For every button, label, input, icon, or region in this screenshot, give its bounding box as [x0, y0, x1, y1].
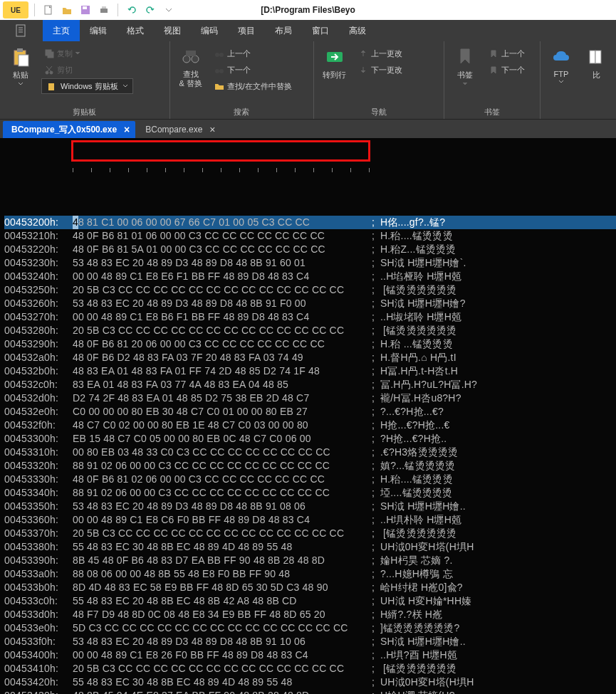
hex-row[interactable]: 00453270h:00 00 48 89 C1 E8 B6 F1 BB FF …: [4, 310, 616, 324]
ascii-repr[interactable]: ..H埧?酉 H壥H兡: [380, 648, 457, 662]
hex-row[interactable]: 00453250h:20 5B C3 CC CC CC CC CC CC CC …: [4, 283, 616, 297]
hex-row[interactable]: 00453420h:55 48 83 EC 30 48 8B EC 48 89 …: [4, 675, 616, 689]
hex-bytes[interactable]: 88 08 06 00 00 48 8B 55 48 E8 F0 BB FF 9…: [73, 567, 369, 581]
ascii-repr[interactable]: 婨H杛昊 芯嫡 ?.: [380, 554, 453, 567]
ascii-repr[interactable]: H.秮 ...锰烫烫烫: [380, 337, 453, 351]
ascii-repr[interactable]: 嫃?...锰烫烫烫烫: [380, 459, 455, 473]
hex-row[interactable]: 004532c0h:83 EA 01 48 83 FA 03 77 4A 48 …: [4, 378, 616, 391]
menu-home[interactable]: 主页: [43, 20, 80, 41]
ascii-repr[interactable]: H佲....gf?..锰?: [380, 216, 445, 229]
find-in-files-button[interactable]: 查找/在文件中替换: [212, 78, 295, 94]
ascii-repr[interactable]: [锰烫烫烫烫烫烫: [380, 662, 457, 675]
hex-row[interactable]: 004532f0h:48 C7 C0 02 00 00 80 EB 1E 48 …: [4, 419, 616, 432]
menu-layout[interactable]: 布局: [265, 20, 302, 41]
hex-bytes[interactable]: 53 48 83 EC 20 48 89 D3 48 89 D8 48 8B 9…: [73, 297, 369, 310]
hex-bytes[interactable]: C0 00 00 00 80 EB 30 48 C7 C0 01 00 00 8…: [73, 405, 369, 419]
hex-row[interactable]: 004533b0h:8D 4D 48 83 EC 58 E9 BB FF 48 …: [4, 581, 616, 594]
hex-row[interactable]: 00453400h:00 00 48 89 C1 E8 26 F0 BB FF …: [4, 648, 616, 662]
hex-row[interactable]: 00453360h:00 00 48 89 C1 E8 C6 F0 BB FF …: [4, 513, 616, 527]
ascii-repr[interactable]: UH泧0H変H塔(H埧H: [380, 675, 474, 689]
ascii-repr[interactable]: [锰烫烫烫烫烫烫: [380, 283, 457, 297]
open-file-button[interactable]: [59, 2, 75, 18]
ascii-repr[interactable]: SH泧 H壥H壥H嬒`.: [380, 256, 466, 270]
hex-row[interactable]: 004532b0h:48 83 EA 01 48 83 FA 01 FF 74 …: [4, 364, 616, 378]
next-bookmark-button[interactable]: 下一个: [486, 62, 528, 78]
hex-bytes[interactable]: 55 48 83 EC 30 48 8B EC 48 89 4D 48 89 5…: [73, 540, 369, 554]
ascii-repr[interactable]: H冨.H冎.t-H呇t.H: [380, 364, 458, 378]
hex-row[interactable]: 004533f0h:53 48 83 EC 20 48 89 D3 48 89 …: [4, 635, 616, 648]
menu-edit[interactable]: 编辑: [80, 20, 117, 41]
ascii-repr[interactable]: ?...€?H抢...€?: [380, 405, 444, 419]
hex-bytes[interactable]: 00 80 EB 03 48 33 C0 C3 CC CC CC CC CC C…: [73, 446, 369, 459]
hex-row[interactable]: 00453200h:48 81 C1 00 06 00 00 67 66 C7 …: [4, 216, 616, 229]
hex-bytes[interactable]: 55 48 83 EC 20 48 8B EC 48 8B 42 A8 48 8…: [73, 594, 369, 608]
hex-row[interactable]: 00453280h:20 5B C3 CC CC CC CC CC CC CC …: [4, 324, 616, 337]
hex-bytes[interactable]: 48 0F B6 81 5A 01 00 00 C3 CC CC CC CC C…: [73, 243, 369, 256]
paste-button[interactable]: 粘贴: [6, 44, 36, 88]
hex-row[interactable]: 00453220h:48 0F B6 81 5A 01 00 00 C3 CC …: [4, 243, 616, 256]
undo-button[interactable]: [124, 2, 140, 18]
hex-row[interactable]: 004533a0h:88 08 06 00 00 48 8B 55 48 E8 …: [4, 567, 616, 581]
ascii-repr[interactable]: H縃?.?栚 H峞: [380, 608, 442, 621]
hex-bytes[interactable]: 48 83 EA 01 48 83 FA 01 FF 74 2D 48 85 D…: [73, 364, 369, 378]
hex-bytes[interactable]: EB 15 48 C7 C0 05 00 00 80 EB 0C 48 C7 C…: [73, 432, 369, 446]
hex-row[interactable]: 00453290h:48 0F B6 81 20 06 00 00 C3 CC …: [4, 337, 616, 351]
next-match-button[interactable]: 下一个: [212, 62, 295, 78]
hex-row[interactable]: 004532e0h:C0 00 00 00 80 EB 30 48 C7 C0 …: [4, 405, 616, 419]
ascii-repr[interactable]: ..H埱堵聆 H壥H兡: [380, 310, 461, 324]
hex-row[interactable]: 004533c0h:55 48 83 EC 20 48 8B EC 48 8B …: [4, 594, 616, 608]
hex-row[interactable]: 00453390h:8B 45 48 0F B6 48 83 D7 EA BB …: [4, 554, 616, 567]
hex-bytes[interactable]: 00 00 48 89 C1 E8 C6 F0 BB FF 48 89 D8 4…: [73, 513, 369, 527]
hex-bytes[interactable]: 48 C7 C0 02 00 00 80 EB 1E 48 C7 C0 03 0…: [73, 419, 369, 432]
hex-bytes[interactable]: 48 8B 45 04 4E E8 37 EA BB FF 90 48 8B 2…: [73, 689, 369, 694]
prev-match-button[interactable]: 上一个: [212, 46, 295, 61]
hex-bytes[interactable]: 8D 4D 48 83 EC 58 E9 BB FF 48 8D 65 30 5…: [73, 581, 369, 594]
ascii-repr[interactable]: H婨H淝 芯嫡(H?: [380, 689, 455, 694]
file-menu-button[interactable]: [0, 20, 43, 41]
ascii-repr[interactable]: H.督H冎.⌂ H冎.tI: [380, 351, 456, 364]
menu-format[interactable]: 格式: [117, 20, 154, 41]
hex-row[interactable]: 00453330h:48 0F B6 81 02 06 00 00 C3 CC …: [4, 473, 616, 486]
hex-bytes[interactable]: 48 0F B6 81 02 06 00 00 C3 CC CC CC CC C…: [73, 473, 369, 486]
hex-row[interactable]: 00453340h:88 91 02 06 00 00 C3 CC CC CC …: [4, 486, 616, 500]
ascii-repr[interactable]: H.秮....锰烫烫烫: [380, 473, 453, 486]
file-tab-active[interactable]: BCompare_写入0x500.exe ×: [3, 121, 135, 138]
hex-row[interactable]: 00453410h:20 5B C3 CC CC CC CC CC CC CC …: [4, 662, 616, 675]
hex-bytes[interactable]: 53 48 83 EC 20 48 89 D3 48 89 D8 48 8B 9…: [73, 635, 369, 648]
hex-bytes[interactable]: 88 91 02 06 00 00 C3 CC CC CC CC CC CC C…: [73, 486, 369, 500]
hex-row[interactable]: 004533e0h:5D C3 CC CC CC CC CC CC CC CC …: [4, 621, 616, 635]
hex-row[interactable]: 00453350h:53 48 83 EC 20 48 89 D3 48 89 …: [4, 500, 616, 513]
hex-bytes[interactable]: 55 48 83 EC 30 48 8B EC 48 89 4D 48 89 5…: [73, 675, 369, 689]
hex-row[interactable]: 00453240h:00 00 48 89 C1 E8 E6 F1 BB FF …: [4, 270, 616, 283]
hex-row[interactable]: 00453310h:00 80 EB 03 48 33 C0 C3 CC CC …: [4, 446, 616, 459]
hex-bytes[interactable]: 8B 45 48 0F B6 48 83 D7 EA BB FF 90 48 8…: [73, 554, 369, 567]
ascii-repr[interactable]: ..H埧朴聆 H壥H兡: [380, 513, 461, 527]
bookmark-button[interactable]: 书签: [450, 44, 480, 88]
redo-button[interactable]: [142, 2, 158, 18]
hex-bytes[interactable]: 5D C3 CC CC CC CC CC CC CC CC CC CC CC C…: [73, 621, 369, 635]
hex-row[interactable]: 004533d0h:48 F7 D9 48 8D 0C 08 48 E8 34 …: [4, 608, 616, 621]
hex-bytes[interactable]: 88 91 02 06 00 00 C3 CC CC CC CC CC CC C…: [73, 459, 369, 473]
hex-bytes[interactable]: 53 48 83 EC 20 48 89 D3 48 89 D8 48 8B 9…: [73, 500, 369, 513]
hex-row[interactable]: 004532d0h:D2 74 2F 48 83 EA 01 48 85 D2 …: [4, 391, 616, 405]
ascii-repr[interactable]: [锰烫烫烫烫烫烫: [380, 324, 457, 337]
ascii-repr[interactable]: SH泧 H壥H壥H嬒?: [380, 297, 466, 310]
menu-advanced[interactable]: 高级: [339, 20, 376, 41]
ascii-repr[interactable]: UH泧 H変H婨*HH嫀: [380, 594, 471, 608]
hex-row[interactable]: 004532a0h:48 0F B6 D2 48 83 FA 03 7F 20 …: [4, 351, 616, 364]
prev-change-button[interactable]: 上一更改: [355, 46, 405, 61]
print-button[interactable]: [96, 2, 112, 18]
file-tab[interactable]: BCompare.exe ×: [137, 121, 221, 138]
hex-bytes[interactable]: 00 00 48 89 C1 E8 26 F0 BB FF 48 89 D8 4…: [73, 648, 369, 662]
hex-bytes[interactable]: 20 5B C3 CC CC CC CC CC CC CC CC CC CC C…: [73, 527, 369, 540]
hex-row[interactable]: 00453320h:88 91 02 06 00 00 C3 CC CC CC …: [4, 459, 616, 473]
close-tab-button[interactable]: ×: [124, 124, 130, 135]
clipboard-mode-combo[interactable]: Windows 剪贴板: [41, 78, 133, 94]
ascii-repr[interactable]: ?...H嬑H樽鴞 忘: [380, 567, 453, 581]
hex-bytes[interactable]: 48 F7 D9 48 8D 0C 08 48 E8 34 E9 BB FF 4…: [73, 608, 369, 621]
ascii-repr[interactable]: 襱/H冨.H呇u8?H?: [380, 391, 461, 405]
menu-project[interactable]: 项目: [228, 20, 265, 41]
ascii-repr[interactable]: H抢...€?H抢...€: [380, 419, 450, 432]
hex-bytes[interactable]: 83 EA 01 48 83 FA 03 77 4A 48 83 EA 04 4…: [73, 378, 369, 391]
ascii-repr[interactable]: H.秮Z...锰烫烫烫: [380, 243, 456, 256]
